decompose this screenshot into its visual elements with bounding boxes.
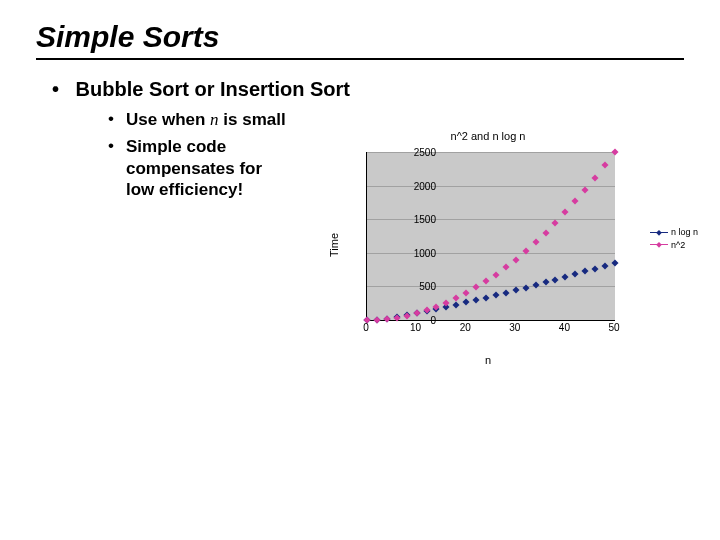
bullet-dot: • — [108, 136, 126, 200]
chart-point — [482, 294, 489, 301]
chart-point — [611, 259, 618, 266]
chart-container: n^2 and n log n Time n n log n n^2 05001… — [328, 130, 688, 360]
chart-point — [512, 287, 519, 294]
bullet-level-1: • Bubble Sort or Insertion Sort — [52, 78, 684, 101]
chart-xtick: 30 — [505, 322, 525, 333]
chart-point — [423, 307, 430, 314]
bullet-2a-text: Use when n is small — [126, 109, 286, 130]
bullet-column: • Use when n is small • Simple code comp… — [108, 109, 288, 200]
chart-title: n^2 and n log n — [328, 130, 648, 142]
bullet-dot: • — [52, 78, 70, 101]
bullet-2a-post: is small — [219, 110, 286, 129]
chart-point — [611, 148, 618, 155]
chart-point — [602, 162, 609, 169]
chart-point — [542, 279, 549, 286]
chart-point — [572, 198, 579, 205]
chart-point — [502, 264, 509, 271]
chart-ytick: 1000 — [402, 247, 436, 258]
chart-ytick: 500 — [402, 281, 436, 292]
chart-point — [383, 315, 390, 322]
legend-label: n^2 — [671, 239, 685, 252]
chart-point — [463, 290, 470, 297]
chart-point — [482, 278, 489, 285]
slide-title: Simple Sorts — [36, 20, 684, 54]
bullet-2a-var: n — [210, 110, 219, 129]
legend-swatch-icon — [650, 232, 668, 233]
bullet-level-2: • Use when n is small — [108, 109, 288, 130]
chart-point — [453, 301, 460, 308]
chart-xtick: 20 — [455, 322, 475, 333]
legend-item: n log n — [650, 226, 698, 239]
legend-swatch-icon — [650, 244, 668, 245]
bullet-2b-text: Simple code compensates for low efficien… — [126, 136, 288, 200]
chart-point — [562, 209, 569, 216]
chart-point — [542, 229, 549, 236]
slide: Simple Sorts • Bubble Sort or Insertion … — [0, 0, 720, 540]
chart-point — [502, 289, 509, 296]
chart-point — [463, 299, 470, 306]
chart-ytick: 2500 — [402, 147, 436, 158]
legend-label: n log n — [671, 226, 698, 239]
chart-point — [492, 292, 499, 299]
bullet-1-text: Bubble Sort or Insertion Sort — [76, 78, 350, 100]
chart-point — [522, 284, 529, 291]
chart-point — [592, 265, 599, 272]
chart-xtick: 40 — [554, 322, 574, 333]
chart-xtick: 50 — [604, 322, 624, 333]
chart-point — [473, 284, 480, 291]
chart-ytick: 1500 — [402, 214, 436, 225]
bullet-2a-pre: Use when — [126, 110, 210, 129]
chart-legend: n log n n^2 — [650, 226, 698, 251]
chart-point — [512, 256, 519, 263]
chart-point — [492, 271, 499, 278]
chart-point — [592, 174, 599, 181]
bullet-dot: • — [108, 109, 126, 130]
chart-point — [562, 273, 569, 280]
chart-point — [473, 296, 480, 303]
chart-ytick: 2000 — [402, 180, 436, 191]
chart-point — [552, 276, 559, 283]
chart-point — [532, 239, 539, 246]
chart-xtick: 0 — [356, 322, 376, 333]
chart-point — [602, 262, 609, 269]
legend-item: n^2 — [650, 239, 698, 252]
chart-point — [443, 299, 450, 306]
chart-plot-area — [366, 152, 615, 321]
chart-point — [552, 219, 559, 226]
chart-ylabel: Time — [328, 233, 340, 257]
title-underline — [36, 58, 684, 60]
chart-point — [572, 271, 579, 278]
chart-point — [582, 268, 589, 275]
chart-xlabel: n — [328, 354, 648, 366]
chart-point — [582, 186, 589, 193]
chart-point — [453, 295, 460, 302]
chart-xtick: 10 — [406, 322, 426, 333]
bullet-level-2: • Simple code compensates for low effici… — [108, 136, 288, 200]
